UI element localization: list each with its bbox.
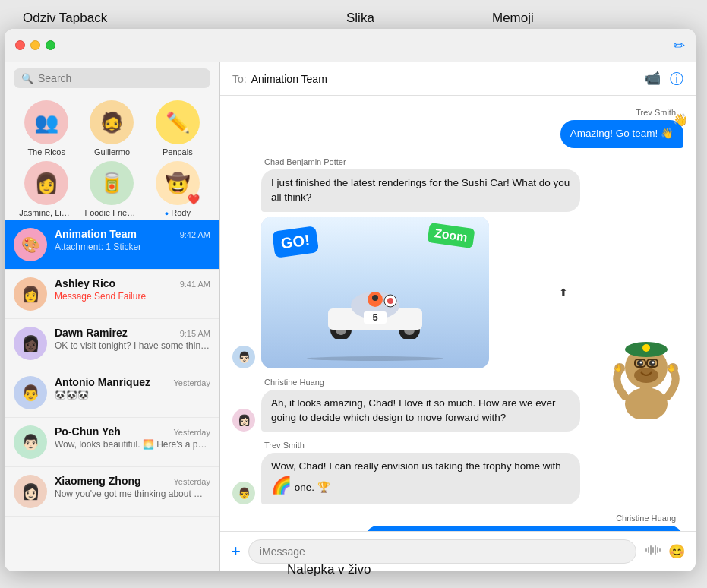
sticker-zoom: Zoom [428, 223, 475, 248]
pinned-section: 👥 The Ricos 🧔 Guillermo ✏️ [5, 94, 219, 220]
conv-item-xiaomeng-zhong[interactable]: 👩🏻 Xiaomeng Zhong Yesterday Now you've g… [5, 467, 219, 517]
msg-group-3: Christine Huang 👩🏻 Ah, it looks amazing,… [232, 378, 683, 432]
pinned-label-jasmine: Jasmine, Liz &... [19, 208, 74, 217]
pinned-item-the-ricos[interactable]: 👥 The Ricos [17, 100, 75, 156]
emoji-button[interactable]: 😊 [668, 543, 685, 561]
title-bar: ✏ [5, 29, 696, 62]
conv-time-animation-team: 9:42 AM [180, 230, 210, 239]
content-area: 🔍 👥 The Ricos 🧔 [5, 62, 696, 571]
msg-sender-christine-1: Christine Huang [264, 378, 683, 387]
msg-bubble-1: Amazing! Go team! 👋 [560, 120, 683, 148]
avatar-foodie-friends: 🥫 [90, 161, 134, 205]
search-input[interactable] [38, 72, 203, 84]
msg-group-1: Trev Smith Amazing! Go team! 👋 👋 [232, 108, 683, 148]
conv-name-dawn-ramirez: Dawn Ramirez [55, 327, 128, 339]
avatar-jasmine: 👩 [24, 161, 68, 205]
sidebar: 🔍 👥 The Ricos 🧔 [5, 62, 220, 571]
minimize-button[interactable] [30, 40, 40, 50]
msg-sender-trev-1: Trev Smith [232, 108, 676, 117]
msg-avatar-chad: 👨🏻 [232, 346, 255, 368]
close-button[interactable] [15, 40, 25, 50]
chat-to-label: To: [232, 73, 247, 85]
avatar-guillermo: 🧔 [90, 100, 134, 144]
compose-button[interactable]: ✏ [674, 37, 685, 54]
car-body: 5 [314, 278, 436, 342]
pinned-item-jasmine[interactable]: 👩 Jasmine, Liz &... [17, 161, 75, 217]
conv-avatar-animation-team: 🎨 [14, 228, 47, 261]
input-icons: 😊 [644, 543, 685, 561]
pinned-row-2: 👩 Jasmine, Liz &... 🥫 Foodie Friends 🤠 [14, 161, 210, 217]
avatar-rody: 🤠 ❤️ [156, 161, 200, 205]
avatar-the-ricos: 👥 [24, 100, 68, 144]
conv-item-ashley-rico[interactable]: 👩 Ashley Rico 9:41 AM Message Send Failu… [5, 270, 219, 319]
audio-waveform-icon[interactable] [644, 543, 662, 561]
pinned-item-rody[interactable]: 🤠 ❤️ ● Rody [149, 161, 207, 217]
pinned-label-foodie-friends: Foodie Friends [84, 208, 139, 217]
msg-content-chad: I just finished the latest renderings fo… [261, 169, 580, 368]
conv-preview-antonio-manriquez: 🐼🐼🐼 [55, 390, 210, 400]
maximize-button[interactable] [46, 40, 55, 50]
conv-header-po-chun-yeh: Po-Chun Yeh Yesterday [55, 425, 210, 438]
pinned-item-foodie-friends[interactable]: 🥫 Foodie Friends [83, 161, 140, 217]
conv-time-po-chun-yeh: Yesterday [173, 428, 210, 437]
conv-name-animation-team: Animation Team [55, 228, 137, 240]
conv-time-ashley-rico: 9:41 AM [180, 280, 210, 289]
msg-bubble-4: Wow, Chad! I can really envision us taki… [261, 453, 580, 504]
conv-info-po-chun-yeh: Po-Chun Yeh Yesterday Wow, looks beautif… [55, 425, 210, 450]
message-input[interactable] [248, 539, 636, 564]
conv-info-antonio-manriquez: Antonio Manriquez Yesterday 🐼🐼🐼 [55, 376, 210, 400]
conv-preview-dawn-ramirez: OK to visit tonight? I have some things … [55, 340, 210, 351]
msg-row-1: Amazing! Go team! 👋 👋 [232, 120, 683, 148]
conv-name-po-chun-yeh: Po-Chun Yeh [55, 425, 121, 438]
chat-area: To: Animation Team 📹 ⓘ Trev Smith Amazin… [220, 62, 696, 571]
sticker-go: GO! [272, 226, 319, 258]
svg-text:5: 5 [372, 311, 377, 323]
msg-group-5: Christine Huang Do you want to review al… [232, 514, 683, 531]
sushi-car-scene: GO! Zoom [261, 217, 489, 368]
conv-avatar-xiaomeng-zhong: 👩🏻 [14, 475, 47, 508]
car-shadow [307, 356, 443, 361]
svg-rect-34 [657, 547, 658, 553]
chat-input-area: + 😊 [220, 531, 696, 571]
video-call-icon[interactable]: 📹 [644, 70, 661, 88]
conv-preview-ashley-rico: Message Send Failure [55, 291, 210, 302]
msg-row-5: Do you want to review all the renders to… [232, 526, 683, 531]
conv-header-dawn-ramirez: Dawn Ramirez 9:15 AM [55, 327, 210, 339]
app-window: ✏ 🔍 👥 The Ricos [5, 29, 696, 571]
chat-header-icons: 📹 ⓘ [644, 70, 683, 88]
conv-avatar-dawn-ramirez: 👩🏿 [14, 327, 47, 360]
conv-name-antonio-manriquez: Antonio Manriquez [55, 376, 150, 388]
conv-time-antonio-manriquez: Yesterday [173, 378, 210, 387]
svg-rect-29 [645, 548, 647, 552]
conv-item-antonio-manriquez[interactable]: 👨 Antonio Manriquez Yesterday 🐼🐼🐼 [5, 368, 219, 418]
pinned-label-rody: ● Rody [165, 208, 191, 217]
info-icon[interactable]: ⓘ [670, 70, 683, 88]
svg-point-11 [372, 295, 378, 301]
msg-sender-christine-2: Christine Huang [232, 514, 676, 523]
msg-group-4: Trev Smith 👨 Wow, Chad! I can really env… [232, 441, 683, 504]
conv-item-animation-team[interactable]: 🎨 Animation Team 9:42 AM Attachment: 1 S… [5, 220, 219, 270]
svg-rect-30 [648, 547, 649, 553]
pinned-item-penpals[interactable]: ✏️ Penpals [149, 100, 207, 156]
conv-item-dawn-ramirez[interactable]: 👩🏿 Dawn Ramirez 9:15 AM OK to visit toni… [5, 319, 219, 368]
conv-avatar-antonio-manriquez: 👨 [14, 376, 47, 409]
conv-time-dawn-ramirez: 9:15 AM [180, 329, 210, 338]
annotation-memoji: Memoji [492, 11, 534, 26]
msg-image-sushi-car: GO! Zoom [261, 217, 489, 368]
pinned-item-guillermo[interactable]: 🧔 Guillermo [83, 100, 140, 156]
avatar-penpals: ✏️ [156, 100, 200, 144]
conv-item-po-chun-yeh[interactable]: 👨🏻 Po-Chun Yeh Yesterday Wow, looks beau… [5, 418, 219, 467]
msg-sender-chad: Chad Benjamin Potter [264, 157, 683, 166]
search-input-wrap[interactable]: 🔍 [14, 68, 210, 88]
msg-row-3: 👩🏻 Ah, it looks amazing, Chad! I love it… [232, 390, 683, 432]
conv-name-ashley-rico: Ashley Rico [55, 277, 115, 289]
heart-badge: ❤️ [188, 194, 200, 205]
add-attachment-button[interactable]: + [231, 542, 241, 561]
conv-info-ashley-rico: Ashley Rico 9:41 AM Message Send Failure [55, 277, 210, 302]
msg-bubble-2: I just finished the latest renderings fo… [261, 169, 580, 212]
msg-sender-trev-2: Trev Smith [264, 441, 683, 450]
chat-recipient-name: Animation Team [251, 73, 644, 85]
msg-row-4: 👨 Wow, Chad! I can really envision us ta… [232, 453, 683, 504]
msg-avatar-christine-1: 👩🏻 [232, 409, 255, 432]
share-button[interactable]: ⬆ [553, 282, 574, 303]
